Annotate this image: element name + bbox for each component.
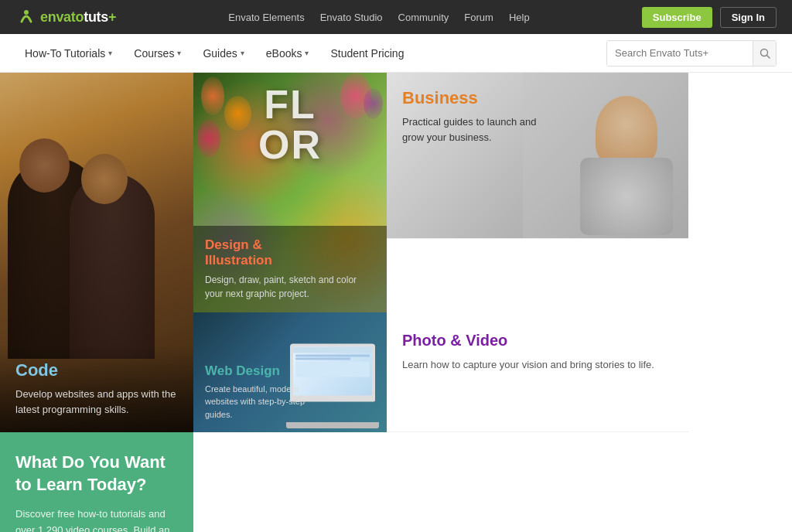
search-icon [760, 48, 770, 59]
ebooks-nav[interactable]: eBooks ▾ [257, 41, 319, 66]
search-box [606, 40, 777, 66]
business-info: Business Practical guides to launch and … [402, 88, 541, 145]
logo-icon [15, 6, 37, 28]
code-description: Develop websites and apps with the lates… [15, 387, 178, 417]
cta-tile: What Do You Want to Learn Today? Discove… [0, 432, 193, 532]
photo-video-tile[interactable]: Photo & Video Learn how to capture your … [387, 312, 688, 432]
webdesign-info: Web Design Create beautiful, modern webs… [205, 363, 313, 421]
design-tile-info: Design & Illustration Design, draw, pain… [193, 226, 387, 312]
code-tile-overlay: Code Develop websites and apps with the … [0, 345, 193, 432]
business-description: Practical guides to launch and grow your… [402, 114, 541, 145]
student-pricing-nav[interactable]: Student Pricing [321, 41, 413, 66]
secondary-navigation: How-To Tutorials ▾ Courses ▾ Guides ▾ eB… [0, 34, 792, 73]
logo-text: envatotuts+ [40, 9, 116, 26]
web-design-tile[interactable]: Web Design Create beautiful, modern webs… [193, 312, 387, 432]
business-tile[interactable]: Business Practical guides to launch and … [387, 73, 688, 239]
top-nav-links: Envato Elements Envato Studio Community … [228, 12, 529, 23]
design-tile[interactable]: FLOR Design & Illustration Design, draw,… [193, 73, 387, 312]
webdesign-title: Web Design [205, 363, 313, 379]
help-link[interactable]: Help [509, 12, 530, 23]
business-title: Business [402, 88, 541, 108]
secondary-nav-links: How-To Tutorials ▾ Courses ▾ Guides ▾ eB… [15, 41, 413, 66]
photovideo-description: Learn how to capture your vision and bri… [402, 357, 673, 373]
main-content-grid: Code Develop websites and apps with the … [0, 73, 792, 532]
courses-chevron-icon: ▾ [177, 49, 181, 57]
design-description: Design, draw, paint, sketch and color yo… [205, 273, 375, 301]
guides-chevron-icon: ▾ [241, 49, 244, 57]
top-nav-actions: Subscribe Sign In [642, 7, 777, 28]
design-title: Design & Illustration [205, 237, 375, 268]
code-tile[interactable]: Code Develop websites and apps with the … [0, 73, 193, 432]
photovideo-title: Photo & Video [402, 332, 673, 350]
ebooks-chevron-icon: ▾ [305, 49, 309, 57]
envato-studio-link[interactable]: Envato Studio [320, 12, 383, 23]
how-to-tutorials-nav[interactable]: How-To Tutorials ▾ [15, 41, 121, 66]
top-navigation: envatotuts+ Envato Elements Envato Studi… [0, 0, 792, 34]
cta-title: What Do You Want to Learn Today? [15, 452, 178, 496]
sign-in-button[interactable]: Sign In [720, 7, 777, 28]
search-input[interactable] [607, 41, 753, 66]
floral-text: FLOR [258, 84, 322, 165]
logo[interactable]: envatotuts+ [15, 6, 116, 28]
code-title: Code [15, 360, 178, 380]
search-button[interactable] [753, 41, 776, 66]
howto-chevron-icon: ▾ [108, 49, 112, 57]
forum-link[interactable]: Forum [464, 12, 493, 23]
svg-point-1 [24, 10, 29, 15]
community-link[interactable]: Community [398, 12, 449, 23]
subscribe-button[interactable]: Subscribe [642, 7, 712, 28]
envato-elements-link[interactable]: Envato Elements [228, 12, 304, 23]
courses-nav[interactable]: Courses ▾ [125, 41, 190, 66]
cta-description: Discover free how-to tutorials and over … [15, 506, 178, 532]
webdesign-description: Create beautiful, modern websites with s… [205, 383, 313, 421]
guides-nav[interactable]: Guides ▾ [193, 41, 253, 66]
svg-line-3 [766, 55, 770, 58]
